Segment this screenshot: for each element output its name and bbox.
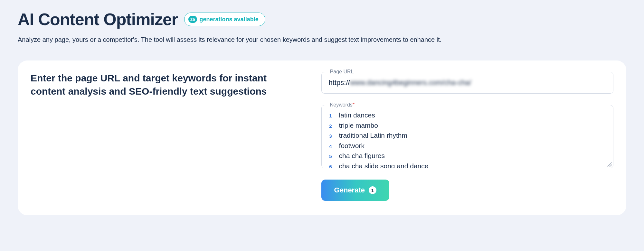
generations-count: 25: [188, 16, 197, 23]
keyword-text: cha cha slide song and dance: [339, 161, 429, 168]
keyword-row: 6cha cha slide song and dance: [327, 161, 607, 168]
page-title: AI Content Optimizer: [18, 10, 178, 29]
keyword-text: cha cha figures: [339, 151, 385, 161]
keyword-text: latin dances: [339, 110, 375, 120]
keyword-text: footwork: [339, 141, 365, 151]
keyword-text: triple mambo: [339, 120, 378, 131]
resize-handle-icon[interactable]: [607, 162, 612, 167]
keywords-fieldset: Keywords* 1latin dances 2triple mambo 3t…: [321, 105, 613, 168]
keyword-row: 5cha cha figures: [327, 151, 607, 161]
keyword-number: 4: [327, 143, 332, 150]
url-prefix: https://: [329, 79, 350, 87]
card-heading: Enter the page URL and target keywords f…: [31, 72, 299, 98]
keyword-number: 5: [327, 153, 332, 160]
generate-cost-badge: 1: [369, 186, 376, 194]
keyword-number: 3: [327, 133, 332, 140]
keyword-text: traditional Latin rhythm: [339, 130, 407, 141]
page-url-label: Page URL: [327, 69, 356, 75]
generations-label: generations available: [200, 16, 259, 23]
keywords-input[interactable]: 1latin dances 2triple mambo 3traditional…: [322, 105, 613, 168]
keyword-row: 2triple mambo: [327, 120, 607, 131]
page-url-fieldset: Page URL https://www.dancing4beginners.c…: [321, 72, 613, 94]
keyword-number: 6: [327, 163, 332, 168]
keyword-number: 1: [327, 112, 332, 120]
keyword-row: 4footwork: [327, 141, 607, 151]
generate-button[interactable]: Generate 1: [321, 180, 389, 201]
page-url-input[interactable]: https://www.dancing4beginners.com/cha-ch…: [322, 72, 613, 93]
keyword-row: 3traditional Latin rhythm: [327, 130, 607, 141]
keyword-number: 2: [327, 123, 332, 130]
generate-label: Generate: [334, 186, 365, 194]
generations-available-badge[interactable]: 25 generations available: [184, 13, 265, 26]
optimizer-card: Enter the page URL and target keywords f…: [18, 60, 626, 215]
url-blurred-value: www.dancing4beginners.com/cha-cha/: [350, 79, 471, 87]
keyword-row: 1latin dances: [327, 110, 607, 120]
page-description: Analyze any page, yours or a competitor'…: [18, 35, 626, 44]
